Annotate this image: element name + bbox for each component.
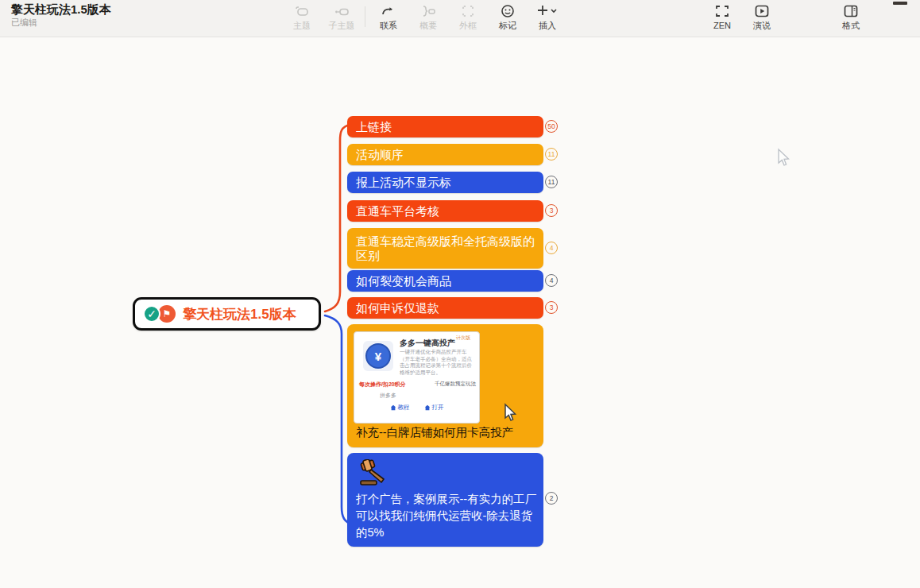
subtopic-label: 子主题 <box>329 21 355 30</box>
insert-button[interactable]: 插入 <box>528 3 567 30</box>
gavel-icon <box>357 459 390 488</box>
child-count-badge[interactable]: 3 <box>545 204 558 217</box>
toolbar: 擎天柱玩法1.5版本 已编辑 主题 子主题 联系 概要 <box>0 0 920 37</box>
format-icon <box>843 3 859 19</box>
image-branch-caption: 补充--白牌店铺如何用卡高投产 <box>356 425 513 440</box>
tutorial-link: 教程 <box>390 404 410 412</box>
app-edition-tag: 计次版 <box>456 335 470 342</box>
summary-icon <box>420 3 436 19</box>
toolbar-center-group: 主题 子主题 联系 概要 外框 <box>282 3 567 30</box>
central-topic-label: 擎天柱玩法1.5版本 <box>183 305 296 323</box>
ad-branch-node[interactable]: 打个广告，案例展示--有实力的工厂可以找我们纯佣代运营收-除去退货的5% <box>347 453 543 547</box>
pitch-button[interactable]: 演说 <box>742 3 782 30</box>
marker-icon <box>501 3 515 19</box>
branch-label: 直通车稳定高级版和全托高级版的区别 <box>356 234 535 263</box>
window-control-dash[interactable] <box>893 2 907 5</box>
subtopic-icon <box>334 3 350 19</box>
app-feature-note: 千亿爆款预定玩法 <box>435 381 476 388</box>
branch-node[interactable]: 活动顺序 <box>347 144 543 165</box>
marker-button[interactable]: 标记 <box>488 3 528 30</box>
format-button[interactable]: 格式 <box>831 3 871 30</box>
branch-node[interactable]: 上链接 <box>347 116 543 137</box>
child-count-badge[interactable]: 50 <box>545 120 558 133</box>
branch-node[interactable]: 如何申诉仅退款 <box>347 297 543 319</box>
branch-label: 如何裂变机会商品 <box>356 274 451 288</box>
boundary-icon <box>460 3 476 19</box>
subtopic-button[interactable]: 子主题 <box>322 3 361 30</box>
child-count-badge[interactable]: 2 <box>545 492 558 505</box>
home-icon <box>424 404 431 411</box>
zen-button[interactable]: ZEN <box>702 3 742 30</box>
ghost-mouse-cursor <box>775 148 791 168</box>
zen-label: ZEN <box>713 21 731 30</box>
child-count-badge[interactable]: 11 <box>545 148 558 161</box>
insert-label: 插入 <box>539 21 556 30</box>
branch-node[interactable]: 直通车稳定高级版和全托高级版的区别 <box>347 228 543 269</box>
branch-node[interactable]: 报上活动不显示标 <box>347 172 543 193</box>
check-circle-icon[interactable]: ✓ <box>143 305 160 323</box>
relationship-button[interactable]: 联系 <box>369 3 408 30</box>
open-link: 打开 <box>424 404 444 412</box>
yuan-refresh-icon: ¥ <box>365 343 391 369</box>
format-label: 格式 <box>842 21 860 30</box>
topic-button[interactable]: 主题 <box>282 3 322 30</box>
branch-node[interactable]: 直通车平台考核 <box>347 200 543 222</box>
app-description: 一键开通优化卡商品投产开车（开车老手必备）全自动，适点击占用流程记录第十个流程后… <box>400 349 474 376</box>
document-title: 擎天柱玩法1.5版本 <box>11 2 111 17</box>
branch-label: 活动顺序 <box>356 148 404 162</box>
app-platform: 拼多多 <box>380 392 396 400</box>
insert-icon <box>535 3 559 19</box>
pitch-label: 演说 <box>753 21 771 30</box>
app-cost-note: 每次操作/扣20积分 <box>359 381 406 389</box>
topic-label: 主题 <box>293 21 311 30</box>
app-name: 多多一键高投产 <box>400 338 455 349</box>
home-icon <box>390 404 396 411</box>
child-count-badge[interactable]: 4 <box>545 274 558 287</box>
child-count-badge[interactable]: 4 <box>545 242 558 254</box>
branch-label: 上链接 <box>356 120 392 134</box>
topic-icon <box>294 3 310 19</box>
summary-label: 概要 <box>419 21 437 30</box>
app-actions: 教程 打开 <box>354 404 479 412</box>
branch-node[interactable]: 如何裂变机会商品 <box>347 270 543 292</box>
mindmap-canvas[interactable]: ✓ ⚑ 擎天柱玩法1.5版本 上链接 活动顺序 报上活动不显示标 直通车平台考核… <box>0 37 920 588</box>
branch-label: 如何申诉仅退款 <box>356 301 439 315</box>
boundary-button[interactable]: 外框 <box>448 3 488 30</box>
image-branch-node[interactable]: ¥ 多多一键高投产 计次版 一键开通优化卡商品投产开车（开车老手必备）全自动，适… <box>347 324 543 447</box>
app-logo-icon: ¥ <box>363 341 393 371</box>
branch-label: 直通车平台考核 <box>356 204 439 219</box>
marker-label: 标记 <box>499 21 516 30</box>
document-meta: 擎天柱玩法1.5版本 已编辑 <box>11 2 111 29</box>
flag-circle-icon[interactable]: ⚑ <box>158 305 176 323</box>
branch-label: 报上活动不显示标 <box>356 176 451 190</box>
summary-button[interactable]: 概要 <box>408 3 448 30</box>
pitch-icon <box>754 3 770 19</box>
toolbar-zen-group: ZEN 演说 <box>702 3 782 30</box>
toolbar-format-group: 格式 <box>831 3 871 30</box>
child-count-badge[interactable]: 11 <box>545 176 558 188</box>
document-status: 已编辑 <box>11 17 111 29</box>
zen-icon <box>714 3 730 19</box>
embedded-app-screenshot: ¥ 多多一键高投产 计次版 一键开通优化卡商品投产开车（开车老手必备）全自动，适… <box>354 331 480 424</box>
ad-branch-label: 打个广告，案例展示--有实力的工厂可以找我们纯佣代运营收-除去退货的5% <box>356 491 537 541</box>
boundary-label: 外框 <box>459 21 477 30</box>
toolbar-divider <box>365 6 365 27</box>
relationship-label: 联系 <box>380 21 397 30</box>
central-topic[interactable]: ✓ ⚑ 擎天柱玩法1.5版本 <box>133 297 321 331</box>
child-count-badge[interactable]: 3 <box>545 301 558 314</box>
relationship-icon <box>381 3 396 19</box>
